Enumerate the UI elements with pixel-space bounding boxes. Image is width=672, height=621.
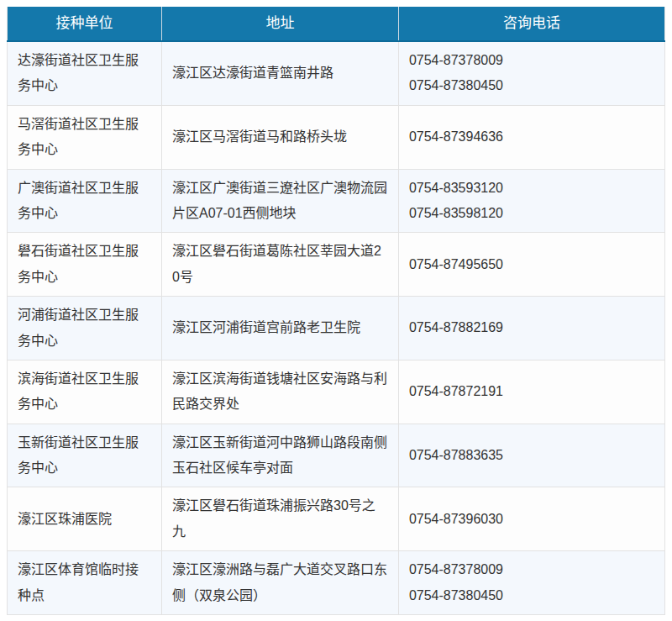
unit-cell: 马滘街道社区卫生服务中心 (8, 105, 162, 169)
address-cell: 濠江区玉新街道河中路狮山路段南侧玉石社区候车亭对面 (162, 424, 399, 487)
phone-number: 0754-87378009 (409, 557, 654, 582)
phone-number: 0754-87394636 (409, 124, 654, 150)
table-row: 达濠街道社区卫生服务中心 濠江区达濠街道青篮南井路 0754-873780090… (8, 41, 665, 105)
phone-cell: 0754-87495650 (398, 233, 664, 297)
phone-number: 0754-83593120 (409, 176, 654, 201)
column-header-phone: 咨询电话 (398, 7, 664, 41)
phone-number: 0754-87872191 (409, 379, 654, 404)
phone-number: 0754-83598120 (409, 201, 654, 226)
address-cell: 濠江区礐石街道葛陈社区莘园大道20号 (162, 233, 399, 297)
phone-cell: 0754-835931200754-83598120 (398, 169, 664, 233)
unit-cell: 达濠街道社区卫生服务中心 (8, 41, 162, 105)
table-row: 广澳街道社区卫生服务中心 濠江区广澳街道三遼社区广澳物流园片区A07-01西侧地… (8, 169, 665, 233)
unit-cell: 礐石街道社区卫生服务中心 (8, 233, 162, 297)
address-cell: 濠江区河浦街道宫前路老卫生院 (162, 297, 399, 360)
phone-number: 0754-87883635 (409, 443, 654, 468)
table-header: 接种单位 地址 咨询电话 (8, 7, 665, 41)
phone-cell: 0754-87872191 (398, 360, 664, 424)
phone-cell: 0754-873780090754-87380450 (398, 41, 664, 105)
table-row: 濠江区珠浦医院 濠江区礐石街道珠浦振兴路30号之九 0754-87396030 (8, 487, 665, 551)
phone-number: 0754-87378009 (409, 48, 654, 73)
table-row: 玉新街道社区卫生服务中心 濠江区玉新街道河中路狮山路段南侧玉石社区候车亭对面 0… (8, 424, 665, 487)
phone-number: 0754-87495650 (409, 252, 654, 277)
unit-cell: 广澳街道社区卫生服务中心 (8, 169, 162, 233)
phone-cell: 0754-873780090754-87380450 (398, 551, 664, 615)
table-row: 马滘街道社区卫生服务中心 濠江区马滘街道马和路桥头垅 0754-87394636 (8, 105, 665, 169)
vaccination-sites-table: 接种单位 地址 咨询电话 达濠街道社区卫生服务中心 濠江区达濠街道青篮南井路 0… (7, 7, 665, 615)
phone-cell: 0754-87882169 (398, 297, 664, 360)
table-row: 礐石街道社区卫生服务中心 濠江区礐石街道葛陈社区莘园大道20号 0754-874… (8, 233, 665, 297)
unit-cell: 玉新街道社区卫生服务中心 (8, 424, 162, 487)
unit-cell: 河浦街道社区卫生服务中心 (8, 297, 162, 360)
unit-cell: 濠江区珠浦医院 (8, 487, 162, 551)
unit-cell: 滨海街道社区卫生服务中心 (8, 360, 162, 424)
address-cell: 濠江区马滘街道马和路桥头垅 (162, 105, 399, 169)
header-row: 接种单位 地址 咨询电话 (8, 7, 665, 41)
table-body: 达濠街道社区卫生服务中心 濠江区达濠街道青篮南井路 0754-873780090… (8, 41, 665, 615)
table-row: 河浦街道社区卫生服务中心 濠江区河浦街道宫前路老卫生院 0754-8788216… (8, 297, 665, 360)
phone-number: 0754-87380450 (409, 73, 654, 98)
phone-number: 0754-87396030 (409, 507, 654, 532)
phone-cell: 0754-87883635 (398, 424, 664, 487)
phone-cell: 0754-87396030 (398, 487, 664, 551)
column-header-unit: 接种单位 (8, 7, 162, 41)
page: 接种单位 地址 咨询电话 达濠街道社区卫生服务中心 濠江区达濠街道青篮南井路 0… (0, 0, 672, 621)
address-cell: 濠江区达濠街道青篮南井路 (162, 41, 399, 105)
address-cell: 濠江区濠洲路与磊广大道交叉路口东侧（双泉公园） (162, 551, 399, 615)
phone-number: 0754-87380450 (409, 583, 654, 608)
address-cell: 濠江区礐石街道珠浦振兴路30号之九 (162, 487, 399, 551)
phone-cell: 0754-87394636 (398, 105, 664, 169)
table-row: 濠江区体育馆临时接种点 濠江区濠洲路与磊广大道交叉路口东侧（双泉公园） 0754… (8, 551, 665, 615)
unit-cell: 濠江区体育馆临时接种点 (8, 551, 162, 615)
address-cell: 濠江区广澳街道三遼社区广澳物流园片区A07-01西侧地块 (162, 169, 399, 233)
address-cell: 濠江区滨海街道钱塘社区安海路与利民路交界处 (162, 360, 399, 424)
column-header-address: 地址 (162, 7, 399, 41)
table-row: 滨海街道社区卫生服务中心 濠江区滨海街道钱塘社区安海路与利民路交界处 0754-… (8, 360, 665, 424)
phone-number: 0754-87882169 (409, 315, 654, 340)
